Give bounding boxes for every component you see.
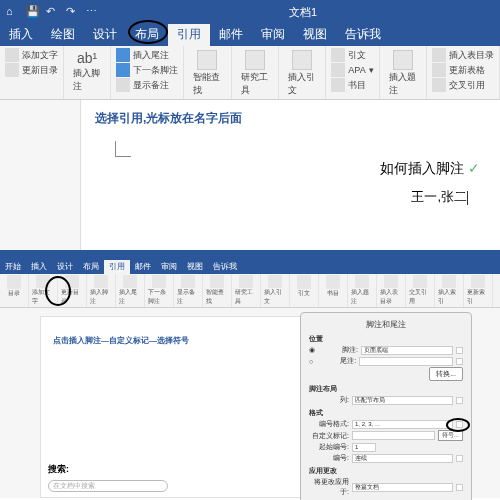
document-area[interactable]: 选择引用,光标放在名字后面 如何插入脚注✓ 王一,张二 — [0, 100, 500, 250]
chevron-down-icon[interactable] — [456, 484, 463, 491]
search-label: 搜索: — [48, 463, 69, 476]
radio-footnote[interactable]: ◉ — [309, 346, 315, 354]
endnote-pos-select[interactable] — [359, 357, 453, 366]
document-area-bottom[interactable]: 点击插入脚注—自定义标记—选择符号 搜索: 在文档中搜索 脚注和尾注 位置 ◉脚… — [0, 308, 500, 498]
section-format: 格式 — [309, 408, 463, 418]
tab-7[interactable]: 视图 — [294, 24, 336, 46]
citation-button[interactable]: 引文 — [331, 48, 373, 62]
tab-7[interactable]: 视图 — [182, 260, 208, 274]
tab-4[interactable]: 引用 — [168, 24, 210, 46]
add-text-button[interactable]: 添加文字 — [5, 48, 58, 62]
tab-3[interactable]: 布局 — [126, 24, 168, 46]
ribbon: 添加文字 更新目录 ab¹插入脚注 插入尾注 下一条脚注 显示备注 智能查找 研… — [0, 46, 500, 100]
tab-2[interactable]: 设计 — [84, 24, 126, 46]
smart-lookup-button[interactable]: 智能查找 — [189, 48, 225, 99]
tab-5[interactable]: 邮件 — [130, 260, 156, 274]
text-cursor — [467, 191, 468, 205]
footnote-marker — [115, 141, 131, 157]
doc-title: 文档1 — [106, 5, 500, 20]
toolbar-item-7[interactable]: 智能查找 — [206, 275, 228, 306]
more-icon[interactable]: ⋯ — [86, 5, 100, 19]
toolbar-item-2[interactable]: 更新目录 — [61, 275, 83, 306]
tab-8[interactable]: 告诉我 — [336, 24, 390, 46]
title-bar: ⌂ 💾 ↶ ↷ ⋯ 文档1 — [0, 0, 500, 24]
cross-ref-button[interactable]: 交叉引用 — [432, 78, 494, 92]
title-bar-bottom — [0, 250, 500, 260]
toolbar-item-9[interactable]: 插入引文 — [264, 275, 286, 306]
tab-6[interactable]: 审阅 — [156, 260, 182, 274]
tab-3[interactable]: 布局 — [78, 260, 104, 274]
next-footnote-button[interactable]: 下一条脚注 — [116, 63, 178, 77]
home-icon[interactable]: ⌂ — [6, 5, 20, 19]
apply-to-select[interactable]: 整篇文档 — [352, 483, 453, 492]
toolbar-item-5[interactable]: 下一条脚注 — [148, 275, 170, 306]
tab-0[interactable]: 插入 — [0, 24, 42, 46]
insert-fig-toc-button[interactable]: 插入表目录 — [432, 48, 494, 62]
convert-button[interactable]: 转换... — [429, 367, 463, 381]
update-toc-button[interactable]: 更新目录 — [5, 63, 58, 77]
chevron-down-icon[interactable] — [456, 455, 463, 462]
tab-5[interactable]: 邮件 — [210, 24, 252, 46]
columns-select[interactable]: 匹配节布局 — [352, 396, 453, 405]
section-apply: 应用更改 — [309, 466, 463, 476]
dialog-title: 脚注和尾注 — [309, 319, 463, 330]
footnote-dialog: 脚注和尾注 位置 ◉脚注:页面底端 ○尾注: 转换... 脚注布局 列:匹配节布… — [300, 312, 472, 500]
tab-8[interactable]: 告诉我 — [208, 260, 242, 274]
chevron-down-icon[interactable] — [456, 347, 463, 354]
update-table-button[interactable]: 更新表格 — [432, 63, 494, 77]
insert-citation-button[interactable]: 插入引文 — [284, 48, 320, 99]
show-notes-button[interactable]: 显示备注 — [116, 78, 178, 92]
toolbar-item-1[interactable]: 添加文字 — [32, 275, 54, 306]
toolbar-item-11[interactable]: 书目 — [322, 275, 344, 306]
toolbar-item-0[interactable]: 目录 — [3, 275, 25, 306]
radio-endnote[interactable]: ○ — [309, 358, 313, 365]
insert-footnote-button[interactable]: ab¹插入脚注 — [69, 48, 105, 95]
tab-1[interactable]: 插入 — [26, 260, 52, 274]
chevron-down-icon[interactable] — [456, 397, 463, 404]
doc-heading: 如何插入脚注✓ — [380, 160, 480, 178]
numbering-select[interactable]: 连续 — [352, 454, 453, 463]
symbol-button[interactable]: 符号... — [438, 430, 463, 441]
instruction-text: 点击插入脚注—自定义标记—选择符号 — [53, 335, 327, 346]
number-format-select[interactable]: 1, 2, 3, ... — [352, 420, 453, 429]
toolbar-item-12[interactable]: 插入题注 — [351, 275, 373, 306]
toolbar-item-13[interactable]: 插入表目录 — [380, 275, 402, 306]
chevron-down-icon[interactable] — [456, 358, 463, 365]
custom-mark-input[interactable] — [352, 431, 435, 440]
tab-6[interactable]: 审阅 — [252, 24, 294, 46]
toolbar-item-14[interactable]: 交叉引用 — [409, 275, 431, 306]
insert-caption-button[interactable]: 插入题注 — [385, 48, 421, 99]
instruction-text: 选择引用,光标放在名字后面 — [95, 110, 486, 127]
biblio-button[interactable]: 书目 — [331, 78, 373, 92]
research-button[interactable]: 研究工具 — [237, 48, 273, 99]
tab-2[interactable]: 设计 — [52, 260, 78, 274]
style-select[interactable]: APA ▾ — [331, 63, 373, 77]
toolbar-item-15[interactable]: 插入索引 — [438, 275, 460, 306]
toolbar-item-8[interactable]: 研究工具 — [235, 275, 257, 306]
redo-icon[interactable]: ↷ — [66, 5, 80, 19]
toolbar-item-16[interactable]: 更新索引 — [467, 275, 489, 306]
tab-4[interactable]: 引用 — [104, 260, 130, 274]
search-input[interactable]: 在文档中搜索 — [48, 480, 168, 492]
ribbon-bottom: 目录添加文字更新目录插入脚注插入尾注下一条脚注显示备注智能查找研究工具插入引文引… — [0, 274, 500, 308]
start-number-input[interactable]: 1 — [352, 443, 376, 452]
insert-endnote-button[interactable]: 插入尾注 — [116, 48, 178, 62]
section-position: 位置 — [309, 334, 463, 344]
ribbon-tabs-bottom: 开始插入设计布局引用邮件审阅视图告诉我 — [0, 260, 500, 274]
undo-icon[interactable]: ↶ — [46, 5, 60, 19]
ime-check-icon: ✓ — [468, 160, 480, 176]
section-layout: 脚注布局 — [309, 384, 463, 394]
toolbar-item-6[interactable]: 显示备注 — [177, 275, 199, 306]
toolbar-item-10[interactable]: 引文 — [293, 275, 315, 306]
author-names: 王一,张二 — [411, 188, 468, 206]
chevron-down-icon[interactable] — [456, 421, 463, 428]
ribbon-tabs: 插入绘图设计布局引用邮件审阅视图告诉我 — [0, 24, 500, 46]
save-icon[interactable]: 💾 — [26, 5, 40, 19]
tab-1[interactable]: 绘图 — [42, 24, 84, 46]
footnote-pos-select[interactable]: 页面底端 — [361, 346, 453, 355]
toolbar-item-4[interactable]: 插入尾注 — [119, 275, 141, 306]
toolbar-item-3[interactable]: 插入脚注 — [90, 275, 112, 306]
tab-0[interactable]: 开始 — [0, 260, 26, 274]
